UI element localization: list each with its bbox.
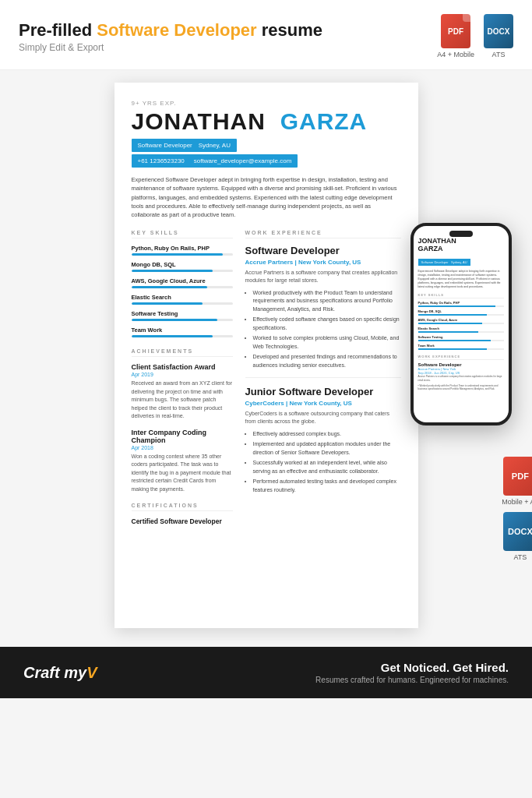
skill-name: Software Testing [132, 310, 233, 317]
phone-job-bullet-1: • Worked productively with the Product T… [418, 384, 504, 390]
job-item: Software Developer Accrue Partners | New… [245, 245, 401, 369]
exp-badge: 9+ YRS EXP. [132, 100, 401, 107]
skill-bar-fill [132, 319, 218, 321]
header-badges: PDF A4 + Mobile DOCX ATS [437, 14, 513, 58]
phone-label: +61 1236523230 [138, 157, 185, 164]
title-highlight: Software Developer [97, 20, 256, 40]
phone-skill-5: Software Testing [418, 335, 504, 339]
job-bullets: Effectively addressed complex bugs.Imple… [245, 430, 401, 495]
phone-skill-3: AWS, Google Cloud, Azure [418, 318, 504, 322]
skill-bar-fill [132, 286, 208, 288]
skill-bar-fill [132, 253, 223, 256]
phone-skill-bar-6 [418, 348, 504, 350]
right-pdf-icon: PDF [503, 457, 532, 496]
left-column: KEY SKILLS Python, Ruby On Rails, PHP Mo… [132, 230, 233, 525]
phone-skill-bar-4 [418, 331, 504, 333]
right-docx-label: ATS [513, 553, 527, 561]
phone-skill-bar-2 [418, 314, 504, 316]
skill-bar-bg [132, 286, 233, 288]
job-bullet: Successfully worked at an independent le… [253, 459, 401, 475]
docx-icon: DOCX [484, 14, 513, 48]
job-company: Accrue Partners | New York County, US [245, 259, 401, 266]
skill-bar-fill [132, 335, 213, 337]
phone-notch [449, 231, 473, 237]
achievements-list: Client Satisfaction Award Apr 2019 Recei… [132, 363, 233, 493]
achievements-section-title: ACHIEVEMENTS [132, 348, 233, 357]
job-bullet: Implemented and updated application modu… [253, 440, 401, 457]
right-docx-icon: DOCX [503, 512, 532, 551]
right-column: WORK EXPERIENCE Software Developer Accru… [245, 230, 401, 525]
footer-tagline-sub: Resumes crafted for humans. Engineered f… [315, 676, 509, 684]
page-header: Pre-filled Software Developer resume Sim… [0, 0, 532, 70]
phone-last-name: GARZA [418, 245, 504, 252]
phone-mockup: JONATHAN GARZA Software Developer Sydney… [410, 223, 512, 425]
footer-logo: Craft myV [23, 664, 97, 682]
resume-wrapper: 9+ YRS EXP. JONATHAN GARZA Software Deve… [115, 83, 418, 628]
last-name: GARZA [280, 108, 368, 134]
pdf-badge: PDF A4 + Mobile [437, 14, 474, 58]
phone-skills-title: KEY SKILLS [418, 293, 504, 298]
phone-skill-4: Elastic Search [418, 327, 504, 330]
footer-tagline-main: Get Noticed. Get Hired. [315, 661, 509, 674]
resume-columns: KEY SKILLS Python, Ruby On Rails, PHP Mo… [132, 230, 401, 525]
skill-bar-fill [132, 270, 213, 272]
resume-paper: 9+ YRS EXP. JONATHAN GARZA Software Deve… [115, 83, 418, 628]
skill-item: Mongo DB, SQL [132, 261, 233, 272]
location-label: Sydney, AU [199, 142, 231, 149]
docx-badge: DOCX ATS [484, 14, 513, 58]
skill-name: AWS, Google Cloud, Azure [132, 277, 233, 284]
right-badges: PDF Mobile + A4 DOCX ATS [502, 457, 532, 561]
certifications-list: Certified Software Developer [132, 517, 233, 525]
page-title: Pre-filled Software Developer resume [19, 20, 322, 41]
skill-name: Elastic Search [132, 294, 233, 301]
phone-screen: JONATHAN GARZA Software Developer Sydney… [414, 226, 509, 422]
job-bullets: Worked productively with the Product Tea… [245, 289, 401, 370]
job-company: CyberCoders | New York County, US [245, 400, 401, 407]
right-docx-badge: DOCX ATS [503, 512, 532, 561]
achievement-date: Apr 2019 [132, 372, 233, 377]
phone-skill-1: Python, Ruby On Rails, PHP [418, 301, 504, 305]
skill-item: Python, Ruby On Rails, PHP [132, 245, 233, 256]
phone-skill-bar-5 [418, 340, 504, 341]
achievement-item: Inter Company Coding Champion Apr 2018 W… [132, 429, 233, 494]
skill-bar-bg [132, 335, 233, 337]
job-item: Junior Software Developer CyberCoders | … [245, 386, 401, 494]
phone-skill-bar-3 [418, 323, 504, 324]
achievements-section: ACHIEVEMENTS Client Satisfaction Award A… [132, 348, 233, 493]
job-title: Junior Software Developer [245, 386, 401, 398]
pdf-label: A4 + Mobile [437, 51, 474, 58]
achievement-title: Client Satisfaction Award [132, 363, 233, 371]
skill-name: Python, Ruby On Rails, PHP [132, 245, 233, 252]
page-footer: Craft myV Get Noticed. Get Hired. Resume… [0, 647, 532, 698]
phone-skill-bar-1 [418, 305, 504, 307]
first-name: JONATHAN [132, 108, 266, 134]
skills-list: Python, Ruby On Rails, PHP Mongo DB, SQL… [132, 245, 233, 337]
achievement-title: Inter Company Coding Champion [132, 429, 233, 444]
email-label: software_developer@example.com [194, 157, 292, 164]
pdf-icon: PDF [441, 14, 470, 48]
job-bullet: Effectively coded software changes based… [253, 316, 401, 332]
certifications-title: CERTIFICATIONS [132, 503, 233, 511]
phone-skill-6: Team Work [418, 344, 504, 348]
job-title-label: Software Developer [138, 142, 192, 149]
skill-item: Software Testing [132, 310, 233, 321]
skill-bar-bg [132, 253, 233, 256]
contact-bar: +61 1236523230 software_developer@exampl… [132, 154, 298, 168]
phone-title-bar: Software Developer Sydney, AU [418, 259, 470, 266]
summary-text: Experienced Software Developer adept in … [132, 175, 401, 219]
skill-bar-bg [132, 270, 233, 272]
right-pdf-label: Mobile + A4 [502, 498, 532, 506]
achievement-item: Client Satisfaction Award Apr 2019 Recei… [132, 363, 233, 421]
skills-section-title: KEY SKILLS [132, 230, 233, 238]
skill-item: Elastic Search [132, 294, 233, 305]
job-bullet: Performed automated testing tasks and de… [253, 478, 401, 494]
skill-bar-fill [132, 302, 203, 305]
job-bullet: Developed and presented findings and rec… [253, 353, 401, 369]
job-desc: Accrue Partners is a software company th… [245, 269, 401, 285]
skill-name: Team Work [132, 327, 233, 334]
skill-item: AWS, Google Cloud, Azure [132, 277, 233, 288]
certifications-section: CERTIFICATIONS Certified Software Develo… [132, 503, 233, 525]
main-content: 9+ YRS EXP. JONATHAN GARZA Software Deve… [0, 70, 532, 628]
skill-bar-bg [132, 319, 233, 321]
phone-name: JONATHAN [418, 237, 504, 245]
